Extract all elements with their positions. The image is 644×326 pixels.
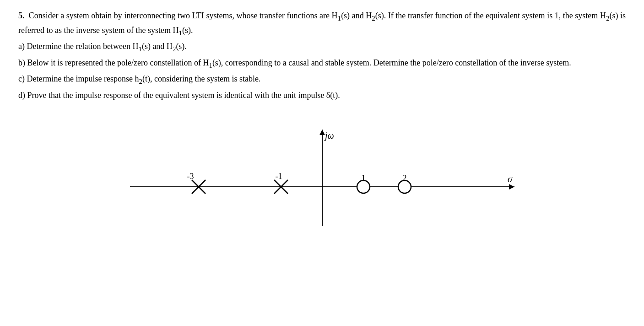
problem-text: 5. Consider a system obtain by interconn… [18, 9, 626, 102]
zero-1-label: 1 [361, 174, 365, 183]
diagram-svg: jω σ -3 -1 1 2 [116, 116, 528, 235]
page-content: 5. Consider a system obtain by interconn… [18, 9, 626, 235]
zero-2-label: 2 [402, 174, 406, 183]
problem-part-b: b) Below it is represented the pole/zero… [18, 56, 626, 71]
sigma-label: σ [508, 174, 513, 184]
problem-part-d: d) Prove that the impulse response of th… [18, 89, 626, 102]
pole-minus3-label: -3 [187, 172, 194, 181]
jomega-label: jω [324, 130, 334, 141]
sigma-axis-arrow [509, 184, 514, 190]
problem-part-c: c) Determine the impulse response h2(t),… [18, 72, 626, 87]
problem-part-a: a) Determine the relation between H1(s) … [18, 40, 626, 54]
problem-paragraph-1: 5. Consider a system obtain by interconn… [18, 9, 626, 38]
jomega-axis-arrow [319, 130, 325, 135]
problem-number: 5. [18, 11, 25, 20]
pole-zero-diagram: jω σ -3 -1 1 2 [18, 116, 626, 235]
pole-minus1-label: -1 [275, 172, 282, 181]
